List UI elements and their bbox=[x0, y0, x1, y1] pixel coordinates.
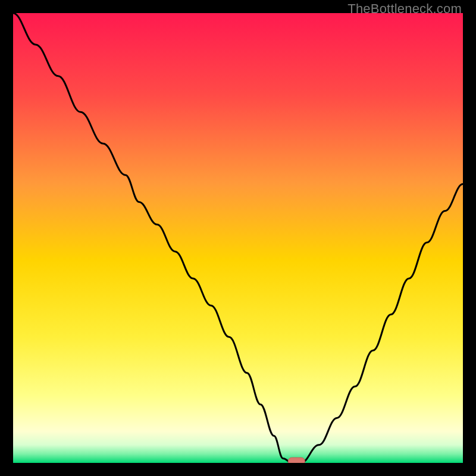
watermark-text: TheBottleneck.com bbox=[347, 1, 462, 17]
gradient-background bbox=[13, 13, 463, 463]
bottleneck-plot bbox=[13, 13, 463, 463]
chart-frame bbox=[13, 13, 463, 463]
optimal-marker bbox=[288, 458, 305, 463]
